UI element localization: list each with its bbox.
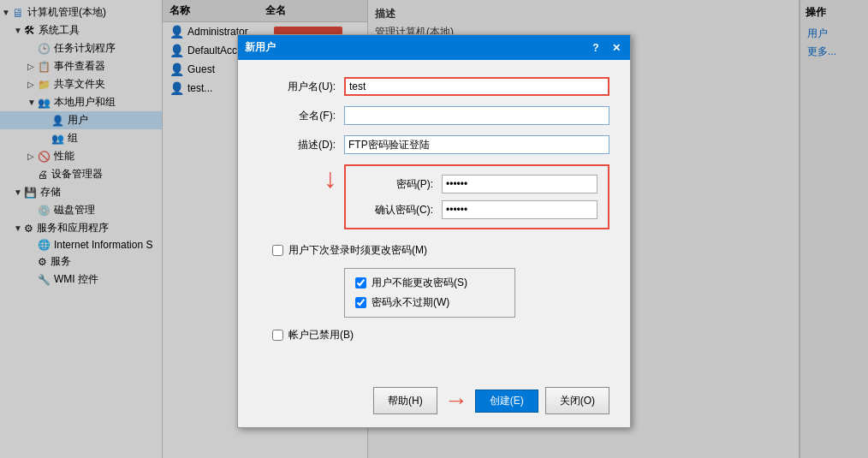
dialog-close-btn[interactable]: ✕ bbox=[609, 41, 623, 55]
dialog-controls: ? ✕ bbox=[589, 41, 623, 55]
fullname-input[interactable] bbox=[344, 106, 609, 125]
password-group: 密码(P): 确认密码(C): bbox=[344, 164, 609, 229]
desc-field-label: 描述(D): bbox=[259, 138, 336, 152]
desc-input[interactable] bbox=[344, 135, 609, 154]
dialog-title: 新用户 bbox=[245, 40, 589, 55]
confirm-row: 确认密码(C): bbox=[356, 200, 597, 219]
username-row: 用户名(U): bbox=[259, 77, 609, 96]
dialog-titlebar: 新用户 ? ✕ bbox=[238, 35, 630, 60]
never-expires-label: 密码永不过期(W) bbox=[372, 295, 449, 310]
down-arrow-icon: ↓ bbox=[324, 164, 337, 192]
new-user-dialog: 新用户 ? ✕ 用户名(U): 全名(F): 描述(D): bbox=[237, 34, 631, 428]
password-row: 密码(P): bbox=[356, 175, 597, 193]
cannot-change-row: 用户不能更改密码(S) bbox=[355, 276, 504, 290]
arrow-section: ↓ 密码(P): 确认密码(C): bbox=[259, 164, 609, 240]
must-change-checkbox[interactable] bbox=[272, 245, 283, 256]
fullname-label: 全名(F): bbox=[259, 109, 336, 123]
password-label: 密码(P): bbox=[356, 177, 433, 192]
must-change-label: 用户下次登录时须更改密码(M) bbox=[288, 243, 427, 258]
dialog-body: 用户名(U): 全名(F): 描述(D): ↓ bbox=[238, 60, 630, 370]
dialog-footer: 帮助(H) → 创建(E) 关闭(O) bbox=[238, 377, 630, 425]
desc-row: 描述(D): bbox=[259, 135, 609, 154]
must-change-row: 用户下次登录时须更改密码(M) bbox=[259, 243, 609, 258]
confirm-input[interactable] bbox=[442, 200, 597, 219]
create-arrow-icon: → bbox=[444, 387, 468, 414]
confirm-label: 确认密码(C): bbox=[356, 203, 433, 217]
help-button[interactable]: 帮助(H) bbox=[373, 387, 437, 414]
never-expires-row: 密码永不过期(W) bbox=[355, 295, 504, 310]
checkbox-group: 用户不能更改密码(S) 密码永不过期(W) bbox=[344, 268, 515, 318]
arrow-container: ↓ bbox=[259, 164, 344, 192]
dialog-help-btn[interactable]: ? bbox=[589, 41, 603, 55]
create-section: → 创建(E) bbox=[444, 387, 538, 414]
create-button[interactable]: 创建(E) bbox=[475, 390, 538, 413]
disabled-row: 帐户已禁用(B) bbox=[259, 328, 609, 342]
disabled-checkbox[interactable] bbox=[272, 330, 283, 341]
disabled-label: 帐户已禁用(B) bbox=[288, 328, 354, 342]
close-button[interactable]: 关闭(O) bbox=[545, 387, 609, 414]
username-input[interactable] bbox=[344, 77, 609, 96]
cannot-change-checkbox[interactable] bbox=[355, 277, 366, 288]
dialog-overlay: 新用户 ? ✕ 用户名(U): 全名(F): 描述(D): bbox=[0, 0, 868, 458]
password-input[interactable] bbox=[442, 175, 597, 193]
fullname-row: 全名(F): bbox=[259, 106, 609, 125]
never-expires-checkbox[interactable] bbox=[355, 297, 366, 308]
username-label: 用户名(U): bbox=[259, 80, 336, 94]
cannot-change-label: 用户不能更改密码(S) bbox=[372, 276, 467, 290]
